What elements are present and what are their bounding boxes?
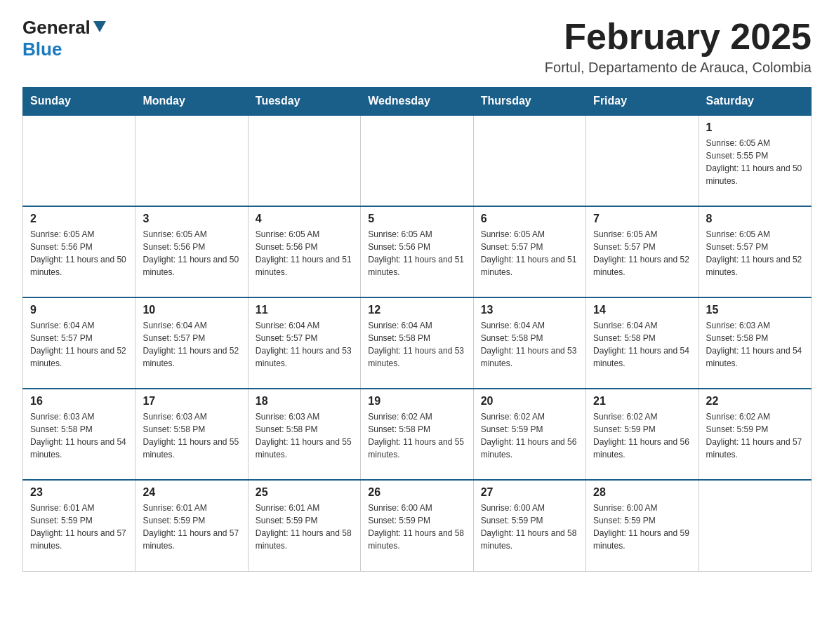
day-info: Sunrise: 6:01 AMSunset: 5:59 PMDaylight:… (256, 502, 353, 552)
day-info: Sunrise: 6:02 AMSunset: 5:59 PMDaylight:… (706, 410, 804, 461)
day-number: 28 (593, 486, 691, 499)
day-info: Sunrise: 6:02 AMSunset: 5:58 PMDaylight:… (368, 410, 465, 461)
day-number: 1 (706, 121, 804, 134)
calendar-cell: 3Sunrise: 6:05 AMSunset: 5:56 PMDaylight… (135, 206, 248, 297)
day-info: Sunrise: 6:04 AMSunset: 5:57 PMDaylight:… (256, 319, 353, 370)
day-number: 14 (593, 304, 691, 316)
calendar-header-monday: Monday (135, 88, 248, 116)
day-number: 20 (481, 395, 578, 408)
calendar-cell: 1Sunrise: 6:05 AMSunset: 5:55 PMDaylight… (699, 115, 811, 206)
day-number: 17 (143, 395, 240, 408)
day-number: 19 (368, 395, 465, 408)
calendar-cell: 13Sunrise: 6:04 AMSunset: 5:58 PMDayligh… (473, 297, 585, 389)
calendar-cell: 22Sunrise: 6:02 AMSunset: 5:59 PMDayligh… (699, 389, 811, 480)
logo-arrow-icon (92, 20, 107, 36)
day-number: 11 (256, 304, 353, 316)
calendar-header-wednesday: Wednesday (361, 88, 473, 116)
calendar-cell: 7Sunrise: 6:05 AMSunset: 5:57 PMDaylight… (586, 206, 699, 297)
calendar-cell: 25Sunrise: 6:01 AMSunset: 5:59 PMDayligh… (248, 480, 360, 571)
title-block: February 2025 Fortul, Departamento de Ar… (545, 17, 812, 76)
calendar-cell: 18Sunrise: 6:03 AMSunset: 5:58 PMDayligh… (248, 389, 360, 480)
calendar-cell: 8Sunrise: 6:05 AMSunset: 5:57 PMDaylight… (699, 206, 811, 297)
calendar-table: SundayMondayTuesdayWednesdayThursdayFrid… (22, 87, 812, 572)
calendar-week-row: 23Sunrise: 6:01 AMSunset: 5:59 PMDayligh… (23, 480, 812, 571)
page-header: General Blue February 2025 Fortul, Depar… (22, 17, 812, 76)
calendar-cell: 21Sunrise: 6:02 AMSunset: 5:59 PMDayligh… (586, 389, 699, 480)
day-info: Sunrise: 6:05 AMSunset: 5:56 PMDaylight:… (368, 228, 465, 279)
calendar-cell: 27Sunrise: 6:00 AMSunset: 5:59 PMDayligh… (473, 480, 585, 571)
calendar-cell: 26Sunrise: 6:00 AMSunset: 5:59 PMDayligh… (361, 480, 473, 571)
day-info: Sunrise: 6:05 AMSunset: 5:57 PMDaylight:… (481, 228, 578, 279)
calendar-cell (23, 115, 135, 206)
logo: General Blue (22, 17, 107, 60)
calendar-header-row: SundayMondayTuesdayWednesdayThursdayFrid… (23, 88, 812, 116)
day-info: Sunrise: 6:05 AMSunset: 5:56 PMDaylight:… (143, 228, 240, 279)
day-number: 16 (30, 395, 128, 408)
calendar-cell: 14Sunrise: 6:04 AMSunset: 5:58 PMDayligh… (586, 297, 699, 389)
day-info: Sunrise: 6:05 AMSunset: 5:57 PMDaylight:… (706, 228, 804, 279)
calendar-header-tuesday: Tuesday (248, 88, 360, 116)
day-info: Sunrise: 6:04 AMSunset: 5:58 PMDaylight:… (481, 319, 578, 370)
day-info: Sunrise: 6:01 AMSunset: 5:59 PMDaylight:… (30, 502, 128, 552)
month-title: February 2025 (545, 17, 812, 57)
day-info: Sunrise: 6:00 AMSunset: 5:59 PMDaylight:… (481, 502, 578, 552)
calendar-header-saturday: Saturday (699, 88, 811, 116)
day-info: Sunrise: 6:05 AMSunset: 5:56 PMDaylight:… (30, 228, 128, 279)
calendar-cell: 20Sunrise: 6:02 AMSunset: 5:59 PMDayligh… (473, 389, 585, 480)
day-info: Sunrise: 6:02 AMSunset: 5:59 PMDaylight:… (481, 410, 578, 461)
day-number: 21 (593, 395, 691, 408)
day-number: 15 (706, 304, 804, 316)
calendar-week-row: 9Sunrise: 6:04 AMSunset: 5:57 PMDaylight… (23, 297, 812, 389)
calendar-cell: 28Sunrise: 6:00 AMSunset: 5:59 PMDayligh… (586, 480, 699, 571)
day-info: Sunrise: 6:02 AMSunset: 5:59 PMDaylight:… (593, 410, 691, 461)
day-number: 2 (30, 213, 128, 225)
day-info: Sunrise: 6:05 AMSunset: 5:56 PMDaylight:… (256, 228, 353, 279)
calendar-cell (248, 115, 360, 206)
calendar-header-sunday: Sunday (23, 88, 135, 116)
day-number: 6 (481, 213, 578, 225)
calendar-cell: 19Sunrise: 6:02 AMSunset: 5:58 PMDayligh… (361, 389, 473, 480)
day-info: Sunrise: 6:04 AMSunset: 5:58 PMDaylight:… (368, 319, 465, 370)
day-number: 7 (593, 213, 691, 225)
calendar-week-row: 2Sunrise: 6:05 AMSunset: 5:56 PMDaylight… (23, 206, 812, 297)
day-info: Sunrise: 6:00 AMSunset: 5:59 PMDaylight:… (593, 502, 691, 552)
calendar-cell: 5Sunrise: 6:05 AMSunset: 5:56 PMDaylight… (361, 206, 473, 297)
day-info: Sunrise: 6:04 AMSunset: 5:57 PMDaylight:… (30, 319, 128, 370)
day-info: Sunrise: 6:05 AMSunset: 5:57 PMDaylight:… (593, 228, 691, 279)
calendar-cell: 23Sunrise: 6:01 AMSunset: 5:59 PMDayligh… (23, 480, 135, 571)
day-info: Sunrise: 6:03 AMSunset: 5:58 PMDaylight:… (706, 319, 804, 370)
day-info: Sunrise: 6:03 AMSunset: 5:58 PMDaylight:… (30, 410, 128, 461)
day-info: Sunrise: 6:04 AMSunset: 5:57 PMDaylight:… (143, 319, 240, 370)
calendar-cell: 6Sunrise: 6:05 AMSunset: 5:57 PMDaylight… (473, 206, 585, 297)
calendar-cell (586, 115, 699, 206)
calendar-header-friday: Friday (586, 88, 699, 116)
day-number: 27 (481, 486, 578, 499)
day-number: 9 (30, 304, 128, 316)
day-info: Sunrise: 6:05 AMSunset: 5:55 PMDaylight:… (706, 137, 804, 187)
day-number: 25 (256, 486, 353, 499)
calendar-cell: 17Sunrise: 6:03 AMSunset: 5:58 PMDayligh… (135, 389, 248, 480)
calendar-cell: 11Sunrise: 6:04 AMSunset: 5:57 PMDayligh… (248, 297, 360, 389)
calendar-week-row: 16Sunrise: 6:03 AMSunset: 5:58 PMDayligh… (23, 389, 812, 480)
calendar-week-row: 1Sunrise: 6:05 AMSunset: 5:55 PMDaylight… (23, 115, 812, 206)
logo-blue-text: Blue (22, 39, 62, 60)
calendar-cell: 10Sunrise: 6:04 AMSunset: 5:57 PMDayligh… (135, 297, 248, 389)
day-info: Sunrise: 6:01 AMSunset: 5:59 PMDaylight:… (143, 502, 240, 552)
day-number: 23 (30, 486, 128, 499)
calendar-cell: 9Sunrise: 6:04 AMSunset: 5:57 PMDaylight… (23, 297, 135, 389)
day-number: 4 (256, 213, 353, 225)
day-number: 8 (706, 213, 804, 225)
day-info: Sunrise: 6:00 AMSunset: 5:59 PMDaylight:… (368, 502, 465, 552)
day-number: 5 (368, 213, 465, 225)
calendar-cell: 2Sunrise: 6:05 AMSunset: 5:56 PMDaylight… (23, 206, 135, 297)
day-number: 12 (368, 304, 465, 316)
svg-marker-0 (93, 21, 106, 32)
day-number: 10 (143, 304, 240, 316)
day-info: Sunrise: 6:04 AMSunset: 5:58 PMDaylight:… (593, 319, 691, 370)
calendar-cell: 24Sunrise: 6:01 AMSunset: 5:59 PMDayligh… (135, 480, 248, 571)
day-number: 3 (143, 213, 240, 225)
day-number: 26 (368, 486, 465, 499)
calendar-cell (135, 115, 248, 206)
day-number: 22 (706, 395, 804, 408)
calendar-cell (699, 480, 811, 571)
